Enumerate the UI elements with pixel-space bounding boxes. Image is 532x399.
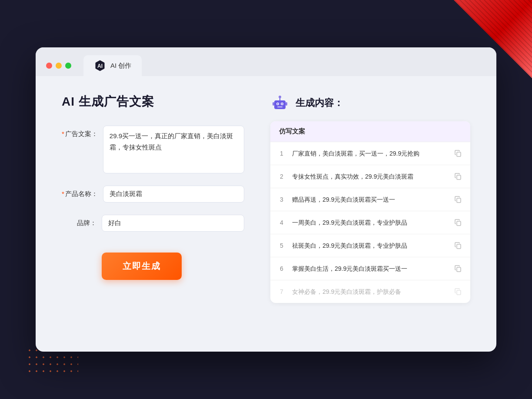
left-panel: AI 生成广告文案 *广告文案： 29.9买一送一，真正的厂家直销，美白淡斑霜，… [62, 93, 244, 303]
result-table: 仿写文案 1厂家直销，美白淡斑霜，买一送一，29.9元抢购 2专抹女性斑点，真实… [270, 121, 470, 303]
copy-icon[interactable] [453, 171, 463, 182]
robot-icon [270, 93, 289, 113]
copy-icon[interactable] [453, 240, 463, 251]
required-star-1: * [62, 130, 64, 137]
row-number: 2 [277, 173, 286, 180]
svg-rect-15 [457, 221, 461, 226]
row-number: 3 [277, 196, 286, 203]
traffic-lights [46, 63, 71, 69]
traffic-light-minimize[interactable] [56, 63, 62, 69]
right-panel: 生成内容： 仿写文案 1厂家直销，美白淡斑霜，买一送一，29.9元抢购 2专抹女… [270, 93, 470, 303]
generate-button[interactable]: 立即生成 [102, 253, 182, 280]
title-bar: AI AI 创作 [36, 47, 496, 76]
row-number: 5 [277, 242, 286, 249]
svg-rect-14 [457, 198, 461, 203]
traffic-light-maximize[interactable] [65, 63, 71, 69]
table-row: 7女神必备，29.9元美白淡斑霜，护肤必备 [270, 280, 470, 303]
copy-icon[interactable] [453, 148, 463, 159]
product-name-group: *产品名称： 美白淡斑霜 [62, 186, 244, 203]
svg-text:AI: AI [97, 63, 103, 69]
copy-icon[interactable] [453, 286, 463, 297]
table-row: 3赠品再送，29.9元美白淡斑霜买一送一 [270, 188, 470, 211]
traffic-light-close[interactable] [46, 63, 52, 69]
row-text: 一周美白，29.9元美白淡斑霜，专业护肤品 [292, 218, 447, 227]
copy-icon[interactable] [453, 194, 463, 205]
result-header: 生成内容： [270, 93, 470, 113]
svg-rect-12 [457, 152, 461, 156]
table-row: 1厂家直销，美白淡斑霜，买一送一，29.9元抢购 [270, 142, 470, 165]
row-text: 女神必备，29.9元美白淡斑霜，护肤必备 [292, 287, 447, 296]
svg-rect-2 [274, 100, 286, 109]
svg-rect-13 [457, 175, 461, 180]
ad-copy-label: *广告文案： [62, 126, 98, 138]
product-name-input[interactable]: 美白淡斑霜 [103, 186, 244, 203]
main-content: AI 生成广告文案 *广告文案： 29.9买一送一，真正的厂家直销，美白淡斑霜，… [36, 76, 496, 325]
ad-copy-textarea[interactable]: 29.9买一送一，真正的厂家直销，美白淡斑霜，专抹女性斑点 [103, 126, 244, 173]
table-row: 6掌握美白生活，29.9元美白淡斑霜买一送一 [270, 257, 470, 280]
row-number: 7 [277, 288, 286, 295]
table-row: 4一周美白，29.9元美白淡斑霜，专业护肤品 [270, 211, 470, 234]
svg-point-6 [282, 103, 283, 105]
ad-copy-group: *广告文案： 29.9买一送一，真正的厂家直销，美白淡斑霜，专抹女性斑点 [62, 126, 244, 173]
page-title: AI 生成广告文案 [62, 93, 244, 110]
ai-hexagon-icon: AI [94, 60, 106, 72]
row-text: 专抹女性斑点，真实功效，29.9元美白淡斑霜 [292, 172, 447, 181]
svg-rect-7 [277, 106, 283, 107]
row-text: 厂家直销，美白淡斑霜，买一送一，29.9元抢购 [292, 149, 447, 158]
brand-input[interactable]: 好白 [102, 215, 244, 232]
table-row: 5祛斑美白，29.9元美白淡斑霜，专业护肤品 [270, 234, 470, 257]
row-text: 掌握美白生活，29.9元美白淡斑霜买一送一 [292, 264, 447, 273]
product-name-label: *产品名称： [62, 186, 98, 198]
tab-title: AI 创作 [110, 62, 131, 70]
row-text: 赠品再送，29.9元美白淡斑霜买一送一 [292, 195, 447, 204]
svg-rect-18 [457, 290, 461, 295]
svg-point-5 [277, 103, 279, 105]
svg-point-9 [279, 96, 281, 98]
row-number: 1 [277, 150, 286, 157]
copy-icon[interactable] [453, 217, 463, 228]
brand-group: 品牌： 好白 [62, 215, 244, 232]
svg-rect-10 [273, 102, 274, 106]
table-row: 2专抹女性斑点，真实功效，29.9元美白淡斑霜 [270, 165, 470, 188]
svg-rect-17 [457, 267, 461, 272]
row-text: 祛斑美白，29.9元美白淡斑霜，专业护肤品 [292, 241, 447, 250]
result-title: 生成内容： [296, 96, 343, 110]
svg-rect-11 [286, 102, 287, 106]
table-header: 仿写文案 [270, 121, 470, 142]
svg-rect-16 [457, 244, 461, 249]
brand-label: 品牌： [62, 215, 96, 227]
row-number: 6 [277, 265, 286, 272]
browser-tab[interactable]: AI AI 创作 [83, 55, 142, 76]
row-number: 4 [277, 219, 286, 226]
result-rows-container: 1厂家直销，美白淡斑霜，买一送一，29.9元抢购 2专抹女性斑点，真实功效，29… [270, 142, 470, 303]
browser-window: AI AI 创作 AI 生成广告文案 *广告文案： 29.9买一送一，真正的厂家… [36, 47, 496, 352]
copy-icon[interactable] [453, 263, 463, 274]
required-star-2: * [62, 190, 64, 197]
